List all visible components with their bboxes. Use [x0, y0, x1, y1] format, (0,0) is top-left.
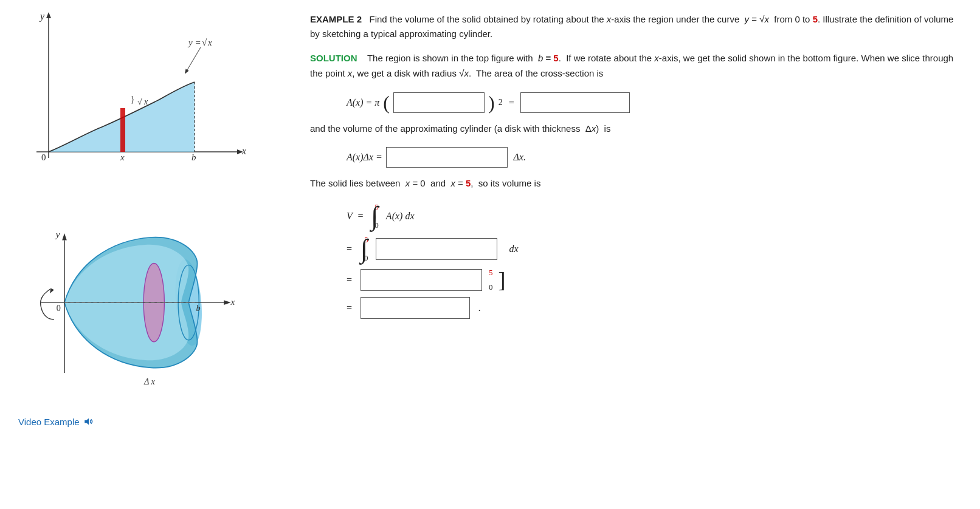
integral-line-3: = 5 0 ] — [347, 268, 956, 292]
svg-text:}: } — [131, 95, 135, 104]
solution-text-1: SOLUTION The region is shown in the top … — [310, 51, 956, 81]
eq-4: = — [347, 302, 352, 313]
example-header: EXAMPLE 2 Find the volume of the solid o… — [310, 12, 956, 41]
integral-input-2[interactable] — [361, 269, 482, 291]
svg-text:b: b — [196, 303, 201, 313]
rb-upper: 5 — [489, 268, 493, 278]
area-formula: A(x) = π ( ) 2 = — [347, 92, 956, 113]
svg-text:x: x — [151, 377, 156, 386]
ax-label: A(x) = π — [347, 97, 379, 108]
svg-text:x: x — [241, 146, 246, 156]
svg-text:x: x — [143, 97, 148, 106]
period: . — [478, 302, 481, 313]
left-panel: y x y = √ x } √ x — [0, 0, 292, 509]
integral-input-1[interactable] — [376, 238, 497, 260]
svg-text:0: 0 — [57, 303, 61, 313]
top-graph: y x y = √ x } √ x — [18, 12, 249, 182]
svg-text:√: √ — [202, 38, 207, 47]
eq-3: = — [347, 275, 352, 285]
V-label: V = — [347, 211, 366, 222]
svg-line-11 — [185, 47, 201, 73]
svg-text:x: x — [230, 296, 235, 307]
svg-marker-34 — [85, 418, 89, 425]
integral-line-2: = ∫ 5 0 dx — [347, 235, 956, 263]
speaker-icon — [83, 416, 94, 427]
axdx-label: A(x)Δx = — [347, 152, 382, 163]
exponent-2: 2 — [499, 98, 503, 108]
axdx-input[interactable] — [386, 147, 508, 168]
volume-text: and the volume of the approximating cyli… — [310, 121, 956, 137]
solution-label: SOLUTION — [310, 53, 357, 63]
Ax-dx: A(x) dx — [386, 211, 415, 222]
integral-input-3[interactable] — [361, 297, 470, 319]
ax-input-1[interactable] — [393, 92, 485, 113]
svg-marker-3 — [46, 12, 51, 18]
video-example-link[interactable]: Video Example — [18, 416, 94, 427]
axdx-end: Δx. — [511, 152, 526, 163]
svg-marker-23 — [62, 233, 67, 240]
dx-1: dx — [507, 244, 519, 254]
video-example-label: Video Example — [18, 417, 80, 427]
right-panel: EXAMPLE 2 Find the volume of the solid o… — [292, 0, 980, 509]
integral-section: V = ∫ 5 0 A(x) dx = ∫ 5 0 d — [347, 202, 956, 319]
eq-2: = — [347, 244, 352, 254]
svg-text:y: y — [39, 12, 45, 22]
svg-text:Δ: Δ — [143, 377, 149, 386]
rb-lower: 0 — [489, 282, 493, 292]
eq-sign-1: = — [506, 97, 517, 108]
svg-text:√: √ — [137, 97, 142, 106]
bottom-graph: y x 0 b Δ x — [18, 200, 249, 407]
right-paren: ) — [488, 93, 495, 112]
svg-marker-33 — [50, 288, 54, 293]
volume-formula: A(x)Δx = Δx. — [347, 147, 956, 168]
svg-text:y =: y = — [187, 38, 201, 47]
svg-text:0: 0 — [41, 152, 46, 162]
left-paren: ( — [383, 93, 390, 112]
svg-rect-6 — [120, 108, 125, 152]
integral-line-1: V = ∫ 5 0 A(x) dx — [347, 202, 956, 230]
svg-marker-26 — [224, 300, 230, 305]
example-label: EXAMPLE 2 — [310, 14, 362, 24]
integral-line-4: = . — [347, 297, 956, 319]
ax-input-2[interactable] — [520, 92, 630, 113]
svg-text:y: y — [55, 229, 60, 239]
svg-text:x: x — [120, 152, 125, 162]
svg-text:b: b — [192, 152, 196, 162]
solid-lies-text: The solid lies between x = 0 and x = 5, … — [310, 176, 956, 191]
svg-text:x: x — [207, 38, 212, 47]
